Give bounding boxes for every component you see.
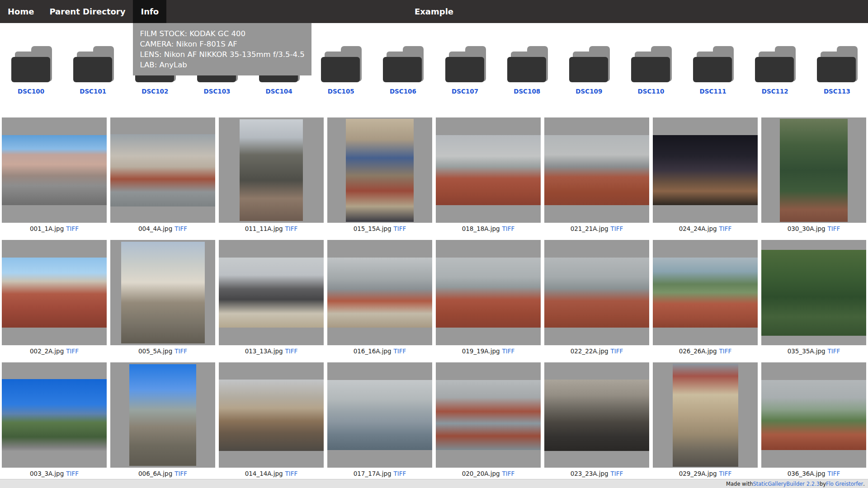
- folder-link-dsc111[interactable]: DSC111: [700, 88, 726, 95]
- folder-link-dsc108[interactable]: DSC108: [514, 88, 540, 95]
- filename-text: 011_11A.jpg: [245, 225, 283, 232]
- tiff-link-006_6A[interactable]: TIFF: [175, 470, 187, 477]
- thumbnail-026_26A[interactable]: [653, 240, 758, 345]
- thumbnail-020_20A[interactable]: [436, 362, 541, 468]
- tiff-link-035_35A[interactable]: TIFF: [828, 347, 840, 355]
- folder-icon[interactable]: [754, 46, 796, 82]
- nav-item-parent-directory[interactable]: Parent Directory: [42, 0, 133, 23]
- folder-link-dsc107[interactable]: DSC107: [452, 88, 478, 95]
- thumbnail-003_3A[interactable]: [2, 362, 107, 468]
- tiff-link-002_2A[interactable]: TIFF: [66, 347, 79, 355]
- thumbnail-011_11A[interactable]: [219, 117, 324, 223]
- folder-icon[interactable]: [568, 46, 610, 82]
- folder-cell: DSC109: [558, 46, 620, 95]
- folder-icon[interactable]: [382, 46, 424, 82]
- thumbnail-001_1A[interactable]: [2, 117, 107, 223]
- tiff-link-018_18A[interactable]: TIFF: [502, 225, 515, 232]
- tiff-link-023_23A[interactable]: TIFF: [611, 470, 623, 477]
- grid-row: 001_1A.jpgTIFF004_4A.jpgTIFF011_11A.jpgT…: [0, 117, 868, 232]
- thumbnail-caption: 035_35A.jpgTIFF: [788, 347, 840, 355]
- tiff-link-005_5A[interactable]: TIFF: [175, 347, 187, 355]
- thumbnail-030_30A[interactable]: [761, 117, 866, 223]
- thumbnail-004_4A[interactable]: [110, 117, 215, 223]
- tiff-link-017_17A[interactable]: TIFF: [394, 470, 406, 477]
- folder-icon[interactable]: [816, 46, 858, 82]
- folder-link-dsc112[interactable]: DSC112: [762, 88, 788, 95]
- folder-link-dsc105[interactable]: DSC105: [328, 88, 354, 95]
- tiff-link-015_15A[interactable]: TIFF: [394, 225, 406, 232]
- folder-icon-front: [321, 57, 360, 82]
- tiff-link-004_4A[interactable]: TIFF: [175, 225, 187, 232]
- thumbnail-014_14A[interactable]: [219, 362, 324, 468]
- folder-link-dsc100[interactable]: DSC100: [18, 88, 44, 95]
- photo-preview: [436, 135, 541, 205]
- thumbnail-016_16A[interactable]: [327, 240, 432, 345]
- photo-preview: [2, 135, 107, 205]
- thumbnail-005_5A[interactable]: [110, 240, 215, 345]
- tiff-link-013_13A[interactable]: TIFF: [285, 347, 298, 355]
- thumbnail-036_36A[interactable]: [761, 362, 866, 468]
- tiff-link-014_14A[interactable]: TIFF: [285, 470, 298, 477]
- photo-preview: [544, 135, 649, 205]
- thumbnail-024_24A[interactable]: [653, 117, 758, 223]
- tiff-link-001_1A[interactable]: TIFF: [66, 225, 79, 232]
- tiff-link-026_26A[interactable]: TIFF: [719, 347, 732, 355]
- tiff-link-030_30A[interactable]: TIFF: [828, 225, 840, 232]
- thumbnail-018_18A[interactable]: [436, 117, 541, 223]
- footer: Made with StaticGalleryBuilder 2.2.3 by …: [0, 479, 868, 488]
- footer-author-link[interactable]: Flo Greistorfer: [826, 481, 863, 487]
- folder-link-dsc102[interactable]: DSC102: [142, 88, 168, 95]
- folder-link-dsc101[interactable]: DSC101: [80, 88, 106, 95]
- thumbnail-029_29A[interactable]: [653, 362, 758, 468]
- nav-item-home[interactable]: Home: [0, 0, 42, 23]
- thumbnail-013_13A[interactable]: [219, 240, 324, 345]
- gallery-cell: 014_14A.jpgTIFF: [217, 362, 326, 477]
- folder-cell: DSC101: [62, 46, 124, 95]
- thumbnail-022_22A[interactable]: [544, 240, 649, 345]
- folder-link-dsc106[interactable]: DSC106: [390, 88, 416, 95]
- tiff-link-011_11A[interactable]: TIFF: [285, 225, 298, 232]
- folder-cell: DSC112: [744, 46, 806, 95]
- thumbnail-caption: 005_5A.jpgTIFF: [138, 347, 187, 355]
- folder-icon[interactable]: [444, 46, 486, 82]
- tiff-link-016_16A[interactable]: TIFF: [394, 347, 406, 355]
- tiff-link-003_3A[interactable]: TIFF: [66, 470, 79, 477]
- thumbnail-017_17A[interactable]: [327, 362, 432, 468]
- filename-text: 018_18A.jpg: [462, 225, 500, 232]
- folder-icon[interactable]: [10, 46, 52, 82]
- folder-icon[interactable]: [630, 46, 672, 82]
- thumbnail-caption: 003_3A.jpgTIFF: [30, 470, 79, 477]
- folder-icon-front: [11, 57, 50, 82]
- folder-link-dsc104[interactable]: DSC104: [266, 88, 292, 95]
- folder-link-dsc110[interactable]: DSC110: [637, 88, 664, 95]
- tiff-link-022_22A[interactable]: TIFF: [611, 347, 623, 355]
- folder-link-dsc109[interactable]: DSC109: [576, 88, 602, 95]
- photo-preview: [2, 379, 107, 451]
- thumbnail-035_35A[interactable]: [761, 240, 866, 345]
- thumbnail-caption: 023_23A.jpgTIFF: [571, 470, 623, 477]
- tiff-link-036_36A[interactable]: TIFF: [828, 470, 840, 477]
- folder-icon[interactable]: [320, 46, 362, 82]
- gallery-cell: 035_35A.jpgTIFF: [760, 240, 868, 355]
- tiff-link-020_20A[interactable]: TIFF: [502, 470, 515, 477]
- folder-link-dsc103[interactable]: DSC103: [203, 88, 230, 95]
- thumbnail-006_6A[interactable]: [110, 362, 215, 468]
- footer-builder-link[interactable]: StaticGalleryBuilder 2.2.3: [753, 481, 820, 487]
- thumbnail-002_2A[interactable]: [2, 240, 107, 345]
- folder-icon[interactable]: [692, 46, 734, 82]
- tiff-link-021_21A[interactable]: TIFF: [611, 225, 623, 232]
- thumbnail-019_19A[interactable]: [436, 240, 541, 345]
- tiff-link-024_24A[interactable]: TIFF: [719, 225, 732, 232]
- folder-icon[interactable]: [72, 46, 114, 82]
- tiff-link-019_19A[interactable]: TIFF: [502, 347, 515, 355]
- thumbnail-021_21A[interactable]: [544, 117, 649, 223]
- nav-item-info[interactable]: InfoFILM STOCK: KODAK GC 400CAMERA: Niko…: [133, 0, 166, 23]
- folder-link-dsc113[interactable]: DSC113: [824, 88, 850, 95]
- thumbnail-015_15A[interactable]: [327, 117, 432, 223]
- thumbnail-caption: 017_17A.jpgTIFF: [354, 470, 406, 477]
- footer-made-with-text: Made with: [726, 481, 753, 487]
- tiff-link-029_29A[interactable]: TIFF: [719, 470, 732, 477]
- folder-icon[interactable]: [506, 46, 548, 82]
- thumbnail-023_23A[interactable]: [544, 362, 649, 468]
- folder-cell: DSC111: [682, 46, 744, 95]
